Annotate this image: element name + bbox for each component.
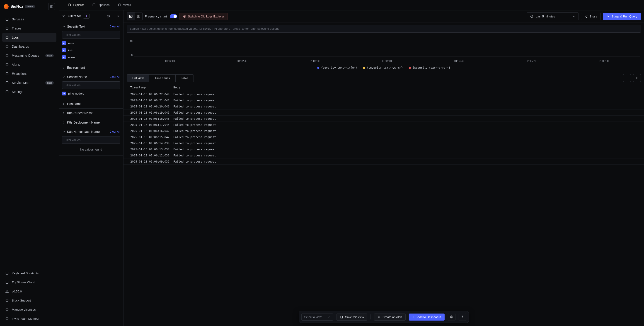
view-tab-time-series[interactable]: Time series [149, 75, 176, 82]
legend-dot-icon [363, 67, 365, 69]
sidebar-item-exceptions[interactable]: Exceptions [2, 69, 56, 78]
sidebar-bottom-invite-team-member[interactable]: Invite Team Member [2, 314, 56, 323]
filter-section-header[interactable]: Severity TextClear All [59, 22, 123, 31]
log-row[interactable]: 2025-01-10 01:06:20.046 Failed to proces… [124, 103, 644, 110]
chart-bar[interactable] [278, 39, 351, 57]
chart-bar[interactable] [495, 39, 568, 57]
legend-label: {severity_text="info"} [321, 66, 357, 69]
sidebar-toggle-button[interactable] [48, 3, 55, 10]
filters-refresh-button[interactable] [106, 14, 111, 18]
legend-item[interactable]: {severity_text="info"} [317, 66, 357, 69]
chart-bar[interactable] [134, 39, 206, 57]
log-row[interactable]: 2025-01-10 01:06:19.045 Failed to proces… [124, 110, 644, 116]
sidebar-item-services[interactable]: Services [2, 15, 56, 24]
query-mode-terminal[interactable] [127, 13, 134, 20]
frequency-chart-switch[interactable] [170, 14, 177, 18]
log-row[interactable]: 2025-01-10 01:06:13.037 Failed to proces… [124, 146, 644, 152]
search-input[interactable] [127, 25, 641, 33]
chart-bar[interactable] [351, 39, 423, 57]
log-row[interactable]: 2025-01-10 01:06:17.043 Failed to proces… [124, 122, 644, 128]
view-select-dropdown[interactable]: Select a view [301, 313, 333, 320]
filter-section-header[interactable]: Service NameClear All [59, 72, 123, 81]
clear-all-link[interactable]: Clear All [110, 130, 120, 133]
log-row[interactable]: 2025-01-10 01:06:14.038 Failed to proces… [124, 140, 644, 146]
log-row[interactable]: 2025-01-10 01:06:21.047 Failed to proces… [124, 97, 644, 103]
severity-stripe [127, 117, 127, 120]
filter-option[interactable]: warn [62, 55, 120, 60]
filter-option[interactable]: error [62, 41, 120, 46]
tab-views[interactable]: Views [114, 0, 135, 10]
filters-collapse-button[interactable] [116, 14, 120, 18]
col-header-timestamp: Timestamp [128, 86, 173, 89]
legend-item[interactable]: {severity_text="warn"} [363, 66, 403, 69]
sidebar-item-label: Dashboards [12, 45, 29, 48]
sidebar-item-traces[interactable]: Traces [2, 24, 56, 33]
tab-pipelines[interactable]: Pipelines [88, 0, 114, 10]
chart-bar[interactable] [206, 39, 278, 57]
time-range-dropdown[interactable]: Last 5 minutes [526, 13, 579, 20]
log-body: Failed to process request [173, 129, 641, 133]
download-button[interactable] [459, 313, 466, 321]
severity-stripe [127, 92, 127, 96]
expand-button[interactable] [623, 74, 631, 82]
sidebar-bottom-slack-support[interactable]: Slack Support [2, 296, 56, 305]
info-button[interactable] [448, 313, 456, 321]
query-mode-builder[interactable] [134, 13, 142, 20]
filter-section-header[interactable]: Hostname [59, 99, 123, 108]
view-tab-list-view[interactable]: List view [127, 75, 149, 82]
clear-all-link[interactable]: Clear All [110, 75, 120, 79]
sidebar-item-messaging-queues[interactable]: Messaging QueuesBeta [2, 51, 56, 60]
create-alert-button[interactable]: Create an Alert [374, 313, 406, 320]
sidebar-item-logs[interactable]: Logs [2, 33, 56, 42]
chart-bar[interactable] [423, 39, 495, 57]
log-row[interactable]: 2025-01-10 01:06:22.048 Failed to proces… [124, 91, 644, 97]
filter-section-environment: Environment [59, 63, 123, 72]
sidebar-bottom-v0-55-0[interactable]: v0.55.0 [2, 287, 56, 296]
switch-old-logs-button[interactable]: Switch to Old Logs Explorer [180, 13, 228, 20]
save-view-button[interactable]: Save this view [336, 313, 367, 320]
log-row[interactable]: 2025-01-10 01:06:15.042 Failed to proces… [124, 134, 644, 140]
filter-section-header[interactable]: Environment [59, 63, 123, 72]
filter-option[interactable]: info [62, 48, 120, 53]
sidebar-item-service-map[interactable]: Service MapBeta [2, 79, 56, 87]
check-icon [63, 56, 66, 59]
sidebar-bottom: Keyboard Shortcuts Try Signoz Cloud v0.5… [0, 267, 59, 326]
log-timestamp: 2025-01-10 01:06:16.042 [128, 129, 173, 133]
content: Frequency chart Switch to Old Logs Explo… [124, 11, 644, 326]
add-to-dashboard-button[interactable]: Add to Dashboard [409, 313, 444, 320]
panel-icon [50, 5, 54, 9]
filter-values-input[interactable] [62, 136, 120, 144]
log-row[interactable]: 2025-01-10 01:06:18.045 Failed to proces… [124, 116, 644, 122]
share-button[interactable]: Share [581, 13, 601, 20]
format-options-button[interactable] [633, 74, 641, 82]
filter-option[interactable]: pino-nodejs [62, 91, 120, 96]
log-list[interactable]: Timestamp Body 2025-01-10 01:06:22.048 F… [124, 84, 644, 326]
sidebar-header: SigNoz FREE [0, 0, 59, 13]
sidebar-item-label: Traces [12, 27, 21, 30]
filter-section-header[interactable]: K8s Deployment Name [59, 118, 123, 127]
run-query-button[interactable]: Stage & Run Query [603, 13, 641, 20]
log-row[interactable]: 2025-01-10 01:06:09.033 Failed to proces… [124, 158, 644, 165]
filters-query-chip[interactable]: A [83, 14, 89, 19]
legend-item[interactable]: {severity_text="error"} [409, 66, 450, 69]
log-row[interactable]: 2025-01-10 01:06:16.042 Failed to proces… [124, 128, 644, 134]
icon [62, 103, 65, 105]
sidebar-item-alerts[interactable]: Alerts [2, 60, 56, 69]
sidebar-item-dashboards[interactable]: Dashboards [2, 42, 56, 51]
filter-values-input[interactable] [62, 81, 120, 89]
sidebar-item-settings[interactable]: Settings [2, 88, 56, 96]
logs-icon [5, 35, 9, 40]
chart-bar[interactable] [568, 39, 640, 57]
sidebar-bottom-keyboard-shortcuts[interactable]: Keyboard Shortcuts [2, 269, 56, 277]
tab-explorer[interactable]: Explorer [64, 0, 88, 10]
sidebar-item-label: Manage Licenses [12, 308, 36, 311]
filter-section-header[interactable]: K8s Namespace NameClear All [59, 127, 123, 136]
filter-section-header[interactable]: K8s Cluster Name [59, 109, 123, 118]
sidebar-bottom-try-signoz-cloud[interactable]: Try Signoz Cloud [2, 278, 56, 286]
log-row[interactable]: 2025-01-10 01:06:12.036 Failed to proces… [124, 152, 644, 158]
filter-values-input[interactable] [62, 31, 120, 39]
clear-all-link[interactable]: Clear All [110, 25, 120, 28]
sidebar-bottom-manage-licenses[interactable]: Manage Licenses [2, 305, 56, 314]
view-tab-table[interactable]: Table [176, 75, 194, 82]
chevron-down-icon [572, 15, 575, 18]
